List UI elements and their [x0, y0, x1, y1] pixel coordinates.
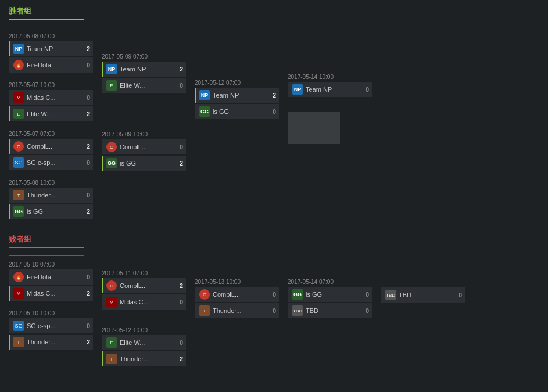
match-block: 2017-05-14 07:00 GG is GG 0 TBD TBD 0 — [288, 279, 372, 319]
team-row[interactable]: NP Team NP 2 — [195, 88, 279, 103]
team-score: 2 — [175, 355, 183, 362]
team-row[interactable]: TBD TBD 0 — [381, 287, 465, 303]
team-name: Thunder... — [27, 192, 82, 199]
sg-icon: SG — [13, 321, 24, 331]
losers-round-3: 2017-05-13 10:00 C ComplL... 0 T Thunder… — [195, 279, 279, 328]
fire-icon: 🔥 — [13, 272, 24, 282]
match-block: 2017-05-07 10:00 M Midas C... 0 E Elite … — [9, 82, 93, 123]
match-block: 2017-05-09 07:00 NP Team NP 2 E Elite W.… — [102, 53, 186, 94]
team-row[interactable]: M Midas C... 0 — [102, 294, 186, 310]
losers-round-4: 2017-05-14 07:00 GG is GG 0 TBD TBD 0 — [288, 279, 372, 328]
team-row[interactable]: E Elite W... 2 — [9, 106, 93, 121]
team-row[interactable]: C ComplL... 2 — [9, 139, 93, 154]
winners-round-2: 2017-05-09 07:00 NP Team NP 2 E Elite W.… — [102, 53, 186, 180]
team-score: 0 — [82, 322, 90, 329]
match-block: 2017-05-14 10:00 NP Team NP 0 — [288, 74, 372, 98]
grand-final-placeholder — [288, 112, 340, 144]
match-date: 2017-05-09 07:00 — [102, 53, 186, 60]
team-row[interactable]: M Midas C... 2 — [9, 286, 93, 301]
team-row[interactable]: GG is GG 0 — [195, 104, 279, 119]
thunder-icon: T — [13, 190, 24, 200]
team-row[interactable]: E Elite W... 0 — [102, 335, 186, 350]
elite-icon: E — [13, 109, 24, 119]
team-score: 2 — [175, 282, 183, 289]
team-name: is GG — [306, 291, 361, 298]
team-score: 0 — [454, 292, 462, 299]
team-row[interactable]: TBD TBD 0 — [288, 303, 372, 318]
losers-round-2: 2017-05-11 07:00 C ComplL... 2 M Midas C… — [102, 270, 186, 376]
team-name: Team NP — [120, 66, 175, 73]
team-row[interactable]: GG is GG 0 — [288, 287, 372, 302]
team-name: Thunder... — [120, 355, 175, 362]
sg-icon: SG — [13, 157, 24, 168]
team-row[interactable]: T Thunder... 2 — [102, 351, 186, 366]
team-score: 2 — [82, 143, 90, 150]
match-block: 2017-05-07 07:00 C ComplL... 2 SG SG e-s… — [9, 131, 93, 171]
team-row[interactable]: GG is GG 2 — [9, 204, 93, 219]
team-score: 2 — [82, 45, 90, 52]
winners-round-1: 2017-05-08 07:00 NP Team NP 2 🔥 FireDota… — [9, 33, 93, 228]
team-row[interactable]: T Thunder... 0 — [195, 303, 279, 318]
team-score: 0 — [82, 94, 90, 101]
match-block: 2017-05-08 10:00 T Thunder... 0 GG is GG… — [9, 179, 93, 220]
isgg-icon: GG — [199, 106, 210, 117]
team-name: Midas C... — [27, 290, 82, 297]
losers-rounds-row: 2017-05-10 07:00 🔥 FireDota 0 M Midas C.… — [9, 261, 542, 376]
team-name: FireDota — [27, 62, 82, 69]
team-row[interactable]: C ComplL... 0 — [195, 287, 279, 302]
team-score: 0 — [361, 291, 369, 298]
team-score: 0 — [175, 143, 183, 150]
match-date: 2017-05-07 07:00 — [9, 131, 93, 137]
compl-icon: C — [106, 280, 117, 291]
team-row[interactable]: C ComplL... 2 — [102, 278, 186, 293]
team-name: ComplL... — [213, 291, 268, 298]
team-row[interactable]: 🔥 FireDota 0 — [9, 269, 93, 285]
team-score: 0 — [82, 274, 90, 280]
team-row[interactable]: SG SG e-sp... 0 — [9, 318, 93, 333]
team-name: Thunder... — [213, 307, 268, 314]
match-date: 2017-05-10 10:00 — [9, 310, 93, 317]
team-row[interactable]: T Thunder... 2 — [9, 335, 93, 350]
team-row[interactable]: SG SG e-sp... 0 — [9, 155, 93, 170]
team-row[interactable]: NP Team NP 2 — [9, 41, 93, 56]
midas-icon: M — [13, 92, 24, 103]
team-name: Elite W... — [120, 82, 175, 89]
team-row[interactable]: 🔥 FireDota 0 — [9, 57, 93, 73]
isgg-icon: GG — [292, 289, 303, 300]
team-score: 2 — [175, 66, 183, 73]
team-score: 2 — [175, 160, 183, 167]
team-row[interactable]: NP Team NP 0 — [288, 82, 372, 97]
team-row[interactable]: NP Team NP 2 — [102, 62, 186, 77]
team-row[interactable]: GG is GG 2 — [102, 156, 186, 171]
team-score: 2 — [268, 92, 276, 99]
team-name: Team NP — [306, 86, 361, 93]
match-block: 2017-05-08 07:00 NP Team NP 2 🔥 FireDota… — [9, 33, 93, 74]
match-date: 2017-05-09 10:00 — [102, 131, 186, 138]
team-score: 0 — [82, 62, 90, 69]
team-score: 2 — [82, 110, 90, 117]
team-name: ComplL... — [120, 282, 175, 289]
match-block: 2017-05-09 10:00 C ComplL... 0 GG is GG … — [102, 131, 186, 172]
team-score: 0 — [268, 291, 276, 298]
match-block: 2017-05-10 07:00 🔥 FireDota 0 M Midas C.… — [9, 261, 93, 302]
team-name: Team NP — [27, 45, 82, 52]
match-date: 2017-05-11 07:00 — [102, 270, 186, 276]
match-date: 2017-05-14 07:00 — [288, 279, 372, 285]
losers-final: TBD TBD 0 — [381, 286, 465, 312]
compl-icon: C — [199, 289, 210, 300]
team-name: TBD — [399, 292, 454, 299]
match-date: 2017-05-13 10:00 — [195, 279, 279, 285]
team-score: 0 — [268, 108, 276, 115]
losers-section: 败者组 2017-05-10 07:00 🔥 FireDota 0 M Mida… — [9, 234, 542, 376]
team-name: SG e-sp... — [27, 159, 82, 166]
team-row[interactable]: M Midas C... 0 — [9, 90, 93, 105]
thunder-icon: T — [106, 354, 117, 364]
team-row[interactable]: C ComplL... 0 — [102, 139, 186, 154]
team-name: Midas C... — [120, 299, 175, 305]
np-icon: NP — [199, 90, 210, 100]
team-row[interactable]: T Thunder... 0 — [9, 188, 93, 203]
midas-icon: M — [13, 288, 24, 299]
match-date: 2017-05-12 10:00 — [102, 327, 186, 333]
team-score: 0 — [175, 339, 183, 346]
team-row[interactable]: E Elite W... 0 — [102, 78, 186, 93]
